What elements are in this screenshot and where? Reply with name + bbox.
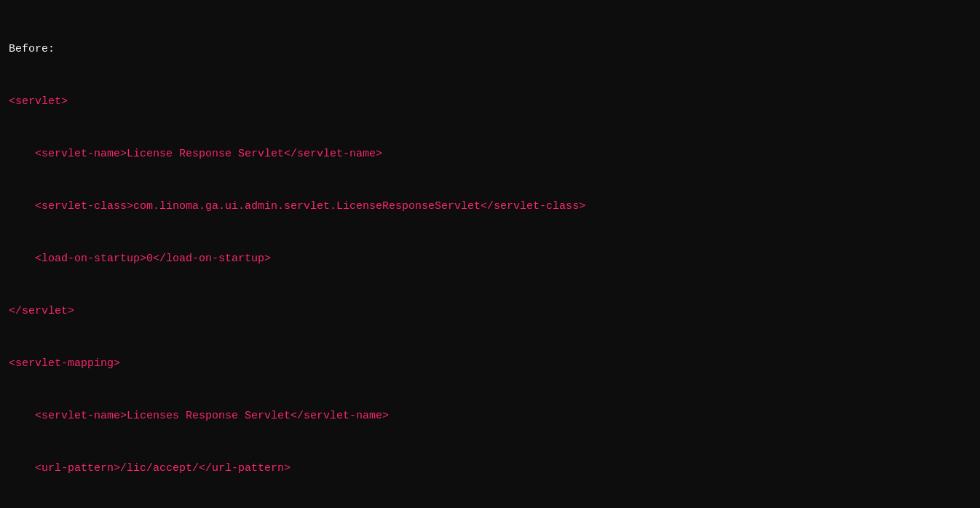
- line-9: <url-pattern>/lic/accept/</url-pattern>: [9, 460, 971, 477]
- code-viewer: Before: <servlet> <servlet-name>License …: [9, 6, 971, 508]
- line-1: Before:: [9, 41, 971, 58]
- line-3: <servlet-name>License Response Servlet</…: [9, 146, 971, 163]
- line-7: <servlet-mapping>: [9, 355, 971, 373]
- line-6: </servlet>: [9, 303, 971, 320]
- line-4: <servlet-class>com.linoma.ga.ui.admin.se…: [9, 198, 971, 215]
- line-8: <servlet-name>Licenses Response Servlet<…: [9, 408, 971, 425]
- line-5: <load-on-startup>0</load-on-startup>: [9, 250, 971, 268]
- line-2: <servlet>: [9, 93, 971, 111]
